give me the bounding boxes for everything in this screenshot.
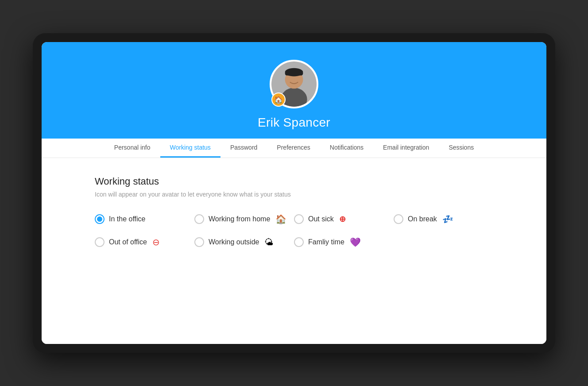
header-section: 🏠 Erik Spancer: [42, 42, 546, 139]
status-options-grid: In the office Working from home 🏠 Out si…: [95, 214, 493, 247]
status-label-family-time: Famliy time: [308, 238, 344, 246]
radio-working-outside[interactable]: [194, 237, 204, 247]
emoji-out-sick: ⊕: [339, 214, 346, 224]
section-subtitle: Icon will appear on your avatar to let e…: [95, 191, 493, 198]
radio-family-time[interactable]: [294, 237, 304, 247]
emoji-working-from-home: 🏠: [275, 214, 286, 224]
status-option-family-time[interactable]: Famliy time 💜: [294, 237, 394, 247]
tab-personal-info[interactable]: Personal info: [104, 139, 160, 158]
empty-cell: [394, 237, 493, 247]
radio-out-of-office[interactable]: [95, 237, 104, 247]
radio-out-sick[interactable]: [294, 214, 304, 224]
tab-email-integration[interactable]: Email integration: [373, 139, 439, 158]
status-label-on-break: On break: [408, 215, 437, 223]
status-option-in-the-office[interactable]: In the office: [95, 214, 194, 224]
status-label-out-of-office: Out of office: [109, 238, 147, 246]
content-area: Working status Icon will appear on your …: [42, 158, 546, 344]
tab-sessions[interactable]: Sessions: [439, 139, 484, 158]
radio-working-from-home[interactable]: [194, 214, 204, 224]
avatar-container: 🏠: [270, 60, 318, 108]
status-option-working-outside[interactable]: Working outside 🌤: [194, 237, 294, 247]
tab-preferences[interactable]: Preferences: [267, 139, 320, 158]
radio-on-break[interactable]: [394, 214, 403, 224]
avatar-status-badge: 🏠: [271, 93, 286, 107]
status-label-working-outside: Working outside: [209, 238, 259, 246]
tab-notifications[interactable]: Notifications: [320, 139, 373, 158]
svg-rect-4: [285, 71, 303, 75]
status-option-out-of-office[interactable]: Out of office ⊖: [95, 237, 194, 247]
status-label-out-sick: Out sick: [308, 215, 334, 223]
section-title: Working status: [95, 176, 493, 187]
tab-working-status[interactable]: Working status: [160, 139, 220, 158]
user-name: Erik Spancer: [258, 116, 330, 130]
radio-in-the-office[interactable]: [95, 214, 104, 224]
status-option-working-from-home[interactable]: Working from home 🏠: [194, 214, 294, 224]
tab-password[interactable]: Password: [220, 139, 267, 158]
app-window: 🏠 Erik Spancer Personal info Working sta…: [42, 42, 546, 344]
nav-tabs: Personal info Working status Password Pr…: [42, 139, 546, 158]
device-frame: 🏠 Erik Spancer Personal info Working sta…: [33, 33, 555, 353]
status-label-working-from-home: Working from home: [209, 215, 270, 223]
status-label-in-the-office: In the office: [109, 215, 145, 223]
status-option-out-sick[interactable]: Out sick ⊕: [294, 214, 394, 224]
emoji-on-break: 💤: [442, 214, 453, 224]
emoji-family-time: 💜: [350, 237, 361, 247]
status-option-on-break[interactable]: On break 💤: [394, 214, 493, 224]
emoji-working-outside: 🌤: [264, 237, 273, 247]
emoji-out-of-office: ⊖: [152, 237, 160, 247]
